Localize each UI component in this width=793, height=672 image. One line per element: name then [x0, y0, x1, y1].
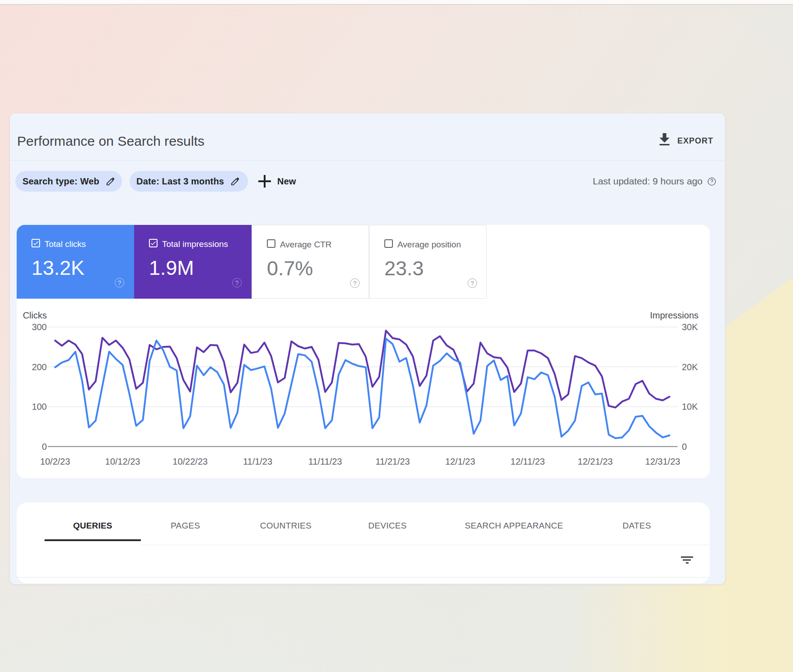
svg-text:100: 100 [32, 402, 47, 412]
svg-text:11/21/23: 11/21/23 [375, 457, 410, 466]
svg-text:10K: 10K [682, 402, 698, 412]
svg-text:20K: 20K [682, 362, 698, 372]
svg-text:Impressions: Impressions [650, 310, 698, 320]
svg-text:0: 0 [682, 442, 687, 452]
svg-text:12/21/23: 12/21/23 [578, 457, 613, 466]
svg-text:12/11/23: 12/11/23 [510, 457, 545, 466]
svg-text:Clicks: Clicks [23, 310, 47, 320]
svg-text:10/2/23: 10/2/23 [40, 457, 70, 466]
svg-text:11/11/23: 11/11/23 [308, 457, 342, 466]
svg-text:30K: 30K [682, 322, 698, 332]
svg-text:300: 300 [32, 322, 47, 332]
svg-text:10/12/23: 10/12/23 [105, 457, 140, 466]
svg-text:12/31/23: 12/31/23 [645, 457, 680, 466]
svg-text:10/22/23: 10/22/23 [173, 457, 208, 466]
svg-text:11/1/23: 11/1/23 [243, 457, 272, 466]
svg-text:12/1/23: 12/1/23 [445, 457, 475, 466]
svg-text:0: 0 [42, 442, 47, 452]
svg-text:200: 200 [32, 362, 47, 372]
